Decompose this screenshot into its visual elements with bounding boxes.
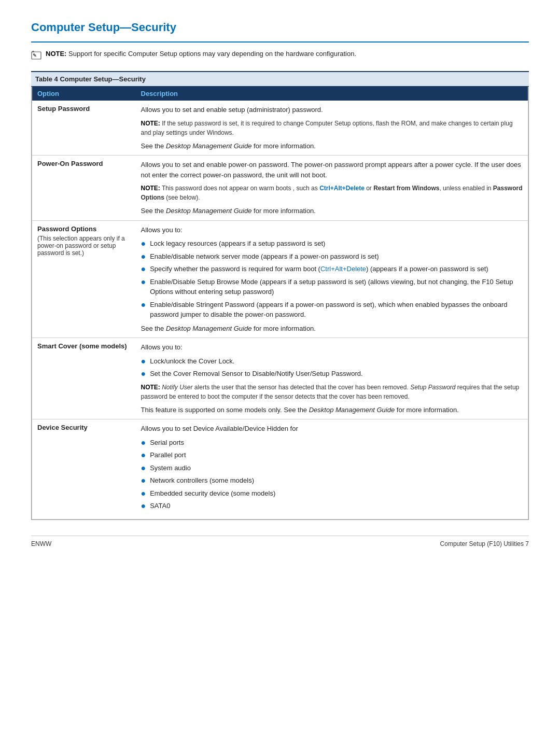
bullet-dot: ● — [141, 488, 146, 498]
note-inline: NOTE: Notify User alerts the user that t… — [141, 383, 523, 401]
desc-text: Allows you to set and enable setup (admi… — [141, 105, 523, 115]
desc-text: Allows you to set and enable power-on pa… — [141, 160, 523, 180]
desc-cell-password-options: Allows you to: ●Lock legacy resources (a… — [136, 220, 528, 338]
list-item: ●Set the Cover Removal Sensor to Disable… — [141, 369, 523, 379]
security-table: Option Description Setup Password Allows… — [32, 87, 528, 519]
table-row: Smart Cover (some models) Allows you to:… — [32, 338, 528, 419]
desc-cell-smart-cover: Allows you to: ●Lock/unlock the Cover Lo… — [136, 338, 528, 419]
note-text: NOTE: Support for specific Computer Setu… — [46, 50, 356, 58]
desc-cell-setup-password: Allows you to set and enable setup (admi… — [136, 101, 528, 156]
table-row: Device Security Allows you to set Device… — [32, 419, 528, 519]
list-item: ●Enable/disable network server mode (app… — [141, 251, 523, 262]
bullet-dot: ● — [141, 300, 146, 310]
bullet-list: ●Serial ports ●Parallel port ●System aud… — [141, 438, 523, 511]
list-item: ●Embedded security device (some models) — [141, 488, 523, 499]
list-item: ●System audio — [141, 463, 523, 473]
bullet-list: ●Lock/unlock the Cover Lock. ●Set the Co… — [141, 356, 523, 379]
list-item: ●Enable/Disable Setup Browse Mode (appea… — [141, 277, 523, 297]
list-item: ●Enable/disable Stringent Password (appe… — [141, 300, 523, 320]
list-item: ●Network controllers (some models) — [141, 475, 523, 486]
bullet-dot: ● — [141, 438, 146, 447]
desc-text: Allows you to: — [141, 342, 523, 353]
list-item: ●Lock legacy resources (appears if a set… — [141, 238, 523, 249]
bullet-dot: ● — [141, 463, 146, 473]
desc-text: See the Desktop Management Guide for mor… — [141, 206, 523, 216]
option-sub-text: (This selection appears only if a power-… — [37, 235, 131, 257]
desc-text: This feature is supported on some models… — [141, 405, 523, 415]
option-cell-password-options: Password Options (This selection appears… — [32, 220, 136, 338]
bullet-dot: ● — [141, 475, 146, 485]
bullet-dot: ● — [141, 264, 146, 274]
col-header-option: Option — [32, 87, 136, 101]
main-table-wrapper: Option Description Setup Password Allows… — [31, 87, 529, 520]
page-footer: ENWW Computer Setup (F10) Utilities 7 — [31, 536, 529, 547]
table-row: Setup Password Allows you to set and ena… — [32, 101, 528, 156]
list-item: ●SATA0 — [141, 501, 523, 511]
footer-right: Computer Setup (F10) Utilities 7 — [440, 540, 529, 547]
svg-text:✎: ✎ — [33, 53, 37, 58]
note-box: ✎ NOTE: Support for specific Computer Se… — [31, 50, 529, 62]
note-content: Support for specific Computer Setup opti… — [68, 50, 356, 58]
footer-left: ENWW — [31, 540, 51, 547]
note-label: NOTE: — [46, 50, 66, 58]
option-cell-device-security: Device Security — [32, 419, 136, 519]
list-item: ●Serial ports — [141, 438, 523, 448]
bullet-list: ●Lock legacy resources (appears if a set… — [141, 238, 523, 320]
desc-text: See the Desktop Management Guide for mor… — [141, 141, 523, 151]
desc-text: See the Desktop Management Guide for mor… — [141, 324, 523, 334]
table-row: Password Options (This selection appears… — [32, 220, 528, 338]
list-item: ●Parallel port — [141, 450, 523, 460]
desc-cell-device-security: Allows you to set Device Available/Devic… — [136, 419, 528, 519]
desc-text: Allows you to set Device Available/Devic… — [141, 424, 523, 434]
desc-cell-poweron-password: Allows you to set and enable power-on pa… — [136, 156, 528, 221]
desc-text: Allows you to: — [141, 225, 523, 235]
bullet-dot: ● — [141, 238, 146, 248]
option-cell-setup-password: Setup Password — [32, 101, 136, 156]
note-inline: NOTE: This password does not appear on w… — [141, 184, 523, 202]
bullet-dot: ● — [141, 277, 146, 287]
note-inline: NOTE: If the setup password is set, it i… — [141, 119, 523, 137]
option-cell-smart-cover: Smart Cover (some models) — [32, 338, 136, 419]
bullet-dot: ● — [141, 356, 146, 366]
note-icon: ✎ — [31, 50, 43, 62]
list-item: ●Lock/unlock the Cover Lock. — [141, 356, 523, 367]
list-item: ●Specify whether the password is require… — [141, 264, 523, 274]
bullet-dot: ● — [141, 369, 146, 378]
bullet-dot: ● — [141, 251, 146, 261]
bullet-dot: ● — [141, 501, 146, 511]
table-row: Power-On Password Allows you to set and … — [32, 156, 528, 221]
table-label: Table 4 Computer Setup—Security — [31, 71, 529, 87]
bullet-dot: ● — [141, 450, 146, 460]
col-header-description: Description — [136, 87, 528, 101]
page-title: Computer Setup—Security — [31, 21, 529, 34]
title-divider — [31, 41, 529, 43]
option-cell-poweron-password: Power-On Password — [32, 156, 136, 221]
